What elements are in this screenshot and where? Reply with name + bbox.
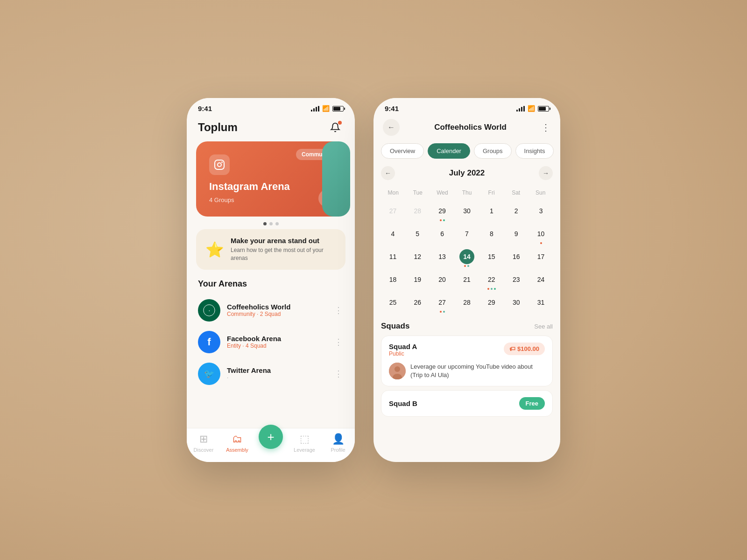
cal-day-15[interactable]: 15 (479, 247, 503, 269)
cal-day-28[interactable]: 28 (455, 293, 479, 315)
nav-label-discover: Discover (194, 447, 214, 453)
squad-card-a[interactable]: Squad A Public 🏷 $100.00 Leverage our up… (381, 336, 553, 386)
slider-dots (187, 222, 355, 225)
tab-groups[interactable]: Groups (474, 143, 512, 159)
cal-day-30[interactable]: 30 (455, 202, 479, 224)
prev-month-button[interactable]: ← (381, 166, 395, 180)
back-button[interactable]: ← (383, 119, 400, 136)
calendar-header: ← July 2022 → (381, 166, 553, 180)
next-month-button[interactable]: → (539, 166, 553, 180)
slider-dot-3 (275, 222, 279, 225)
right-header: ← Coffeeholics World ⋮ (374, 115, 560, 143)
cal-day-31[interactable]: 31 (529, 293, 553, 315)
cal-day-20[interactable]: 20 (430, 270, 454, 292)
arena-logo-icon (209, 154, 230, 175)
svg-rect-0 (215, 160, 224, 169)
arena-meta: · (227, 374, 328, 381)
squad-a-info: Squad A Public (389, 343, 417, 357)
tab-insights[interactable]: Insights (515, 143, 554, 159)
signal-icon-right (516, 106, 525, 112)
arena-name: Coffeeholics World (227, 303, 328, 311)
day-sun: Sun (528, 188, 553, 198)
day-fri: Fri (479, 188, 504, 198)
day-wed: Wed (430, 188, 455, 198)
cal-day-29[interactable]: 29 (430, 202, 454, 224)
list-item[interactable]: ★ Coffeeholics World Community · 2 Squad… (187, 294, 355, 326)
cal-day-11[interactable]: 11 (381, 247, 405, 269)
cal-day-8[interactable]: 8 (479, 224, 503, 246)
squad-card-b[interactable]: Squad B Free (381, 390, 553, 417)
cal-day-14-today[interactable]: 14 (455, 247, 479, 269)
cal-day-9[interactable]: 9 (504, 224, 528, 246)
slider-dot-2 (269, 222, 273, 225)
list-item[interactable]: 🐦 Twitter Arena · ⋮ (187, 358, 355, 390)
see-all-button[interactable]: See all (534, 323, 553, 330)
tab-overview[interactable]: Overview (381, 143, 424, 159)
cal-day-28-prev[interactable]: 28 (406, 202, 430, 224)
promo-card[interactable]: ⭐ Make your arena stand out Learn how to… (196, 229, 345, 270)
add-button[interactable]: + (259, 425, 283, 449)
more-options-button[interactable]: ⋮ (334, 305, 344, 315)
cal-day-17[interactable]: 17 (529, 247, 553, 269)
cal-day-5[interactable]: 5 (406, 224, 430, 246)
cal-day-19[interactable]: 19 (406, 270, 430, 292)
nav-item-profile[interactable]: 👤 Profile (321, 433, 355, 453)
svg-point-2 (221, 161, 223, 163)
cal-day-12[interactable]: 12 (406, 247, 430, 269)
tab-calender[interactable]: Calender (428, 143, 470, 159)
cal-day-26[interactable]: 26 (406, 293, 430, 315)
discover-icon: ⊞ (199, 433, 208, 445)
cal-day-18[interactable]: 18 (381, 270, 405, 292)
nav-label-leverage: Leverage (294, 447, 315, 453)
squad-b-join-button[interactable]: Free (519, 397, 545, 410)
squad-b-info: Squad B (389, 399, 417, 407)
squad-card-header: Squad A Public 🏷 $100.00 (389, 343, 545, 357)
notification-bell-button[interactable] (327, 119, 344, 136)
app-title: Toplum (198, 121, 238, 134)
status-icons-left: 📶 (311, 105, 344, 112)
cal-day-25[interactable]: 25 (381, 293, 405, 315)
cal-day-23[interactable]: 23 (504, 270, 528, 292)
cal-day-21[interactable]: 21 (455, 270, 479, 292)
nav-item-add[interactable]: + (254, 437, 288, 449)
cal-day-16[interactable]: 16 (504, 247, 528, 269)
cal-day-2[interactable]: 2 (504, 202, 528, 224)
nav-item-discover[interactable]: ⊞ Discover (187, 433, 220, 453)
calendar-grid: 27 28 29 30 1 2 3 4 5 6 7 8 9 10 11 12 1… (381, 202, 553, 315)
cal-day-6[interactable]: 6 (430, 224, 454, 246)
cal-day-3[interactable]: 3 (529, 202, 553, 224)
cal-day-13[interactable]: 13 (430, 247, 454, 269)
promo-subtitle: Learn how to get the most out of your ar… (231, 246, 336, 262)
cal-day-24[interactable]: 24 (529, 270, 553, 292)
more-options-button[interactable]: ⋮ (334, 369, 344, 379)
list-item[interactable]: f Facebook Arena Entity · 4 Squad ⋮ (187, 326, 355, 358)
twitter-logo: 🐦 (198, 363, 220, 385)
left-header: Toplum (187, 115, 355, 141)
squad-a-price-value: $100.00 (517, 345, 539, 352)
arena-name: Facebook Arena (227, 335, 328, 343)
cal-day-22[interactable]: 22 (479, 270, 503, 292)
cal-day-30b[interactable]: 30 (504, 293, 528, 315)
cal-day-10[interactable]: 10 (529, 224, 553, 246)
nav-item-leverage[interactable]: ⬚ Leverage (288, 433, 321, 453)
cal-day-7[interactable]: 7 (455, 224, 479, 246)
right-phone: 9:41 📶 ← Coffeeholics World ⋮ Overview C… (374, 98, 560, 462)
profile-icon: 👤 (332, 433, 345, 445)
left-phone: 9:41 📶 Toplum Com (187, 98, 355, 462)
squad-a-type: Public (389, 350, 417, 357)
day-tue: Tue (406, 188, 430, 198)
bottom-navigation: ⊞ Discover 🗂 Assembly + ⬚ Leverage 👤 Pro… (187, 428, 355, 462)
cal-day-4[interactable]: 4 (381, 224, 405, 246)
nav-item-assembly[interactable]: 🗂 Assembly (220, 433, 254, 453)
calendar-day-names: Mon Tue Wed Thu Fri Sat Sun (381, 188, 553, 198)
squad-a-post: Leverage our upcoming YouTube video abou… (389, 363, 545, 379)
cal-day-1[interactable]: 1 (479, 202, 503, 224)
cal-day-27-prev[interactable]: 27 (381, 202, 405, 224)
more-menu-button[interactable]: ⋮ (541, 122, 551, 133)
wifi-icon: 📶 (322, 105, 330, 112)
more-options-button[interactable]: ⋮ (334, 337, 344, 347)
calendar: ← July 2022 → Mon Tue Wed Thu Fri Sat Su… (374, 166, 560, 315)
cal-day-29b[interactable]: 29 (479, 293, 503, 315)
arena-slider[interactable]: Community Instagram Arena 4 Groups → (187, 141, 355, 217)
cal-day-27[interactable]: 27 (430, 293, 454, 315)
